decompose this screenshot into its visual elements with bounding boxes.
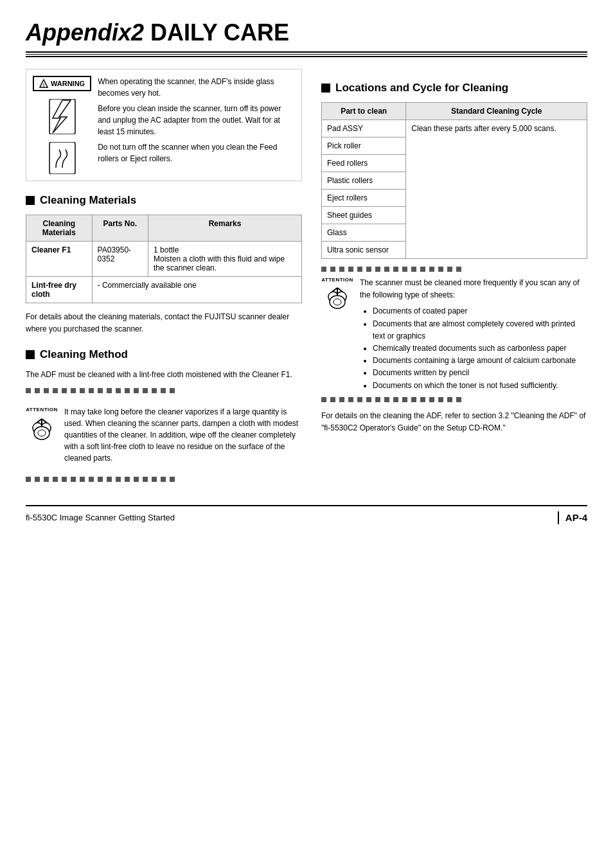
dot-divider-top — [26, 388, 302, 393]
list-item: Documents on which the toner is not fuse… — [373, 380, 587, 392]
heat-icon — [46, 142, 78, 174]
locations-dot-divider-top — [321, 267, 587, 272]
attention-hand-icon — [28, 414, 57, 443]
svg-text:!: ! — [43, 82, 45, 88]
locations-attention-icon: ATTENTION — [321, 277, 353, 392]
lightning-icon — [46, 99, 78, 134]
col-header-material: CleaningMaterials — [26, 215, 93, 242]
part-cell: Ultra sonic sensor — [322, 242, 406, 259]
svg-point-14 — [333, 299, 341, 305]
warning-text: When operating the scanner, the ADF's in… — [98, 76, 295, 174]
list-item: Documents of coated paper — [373, 305, 587, 317]
table-row: Pad ASSYClean these parts after every 5,… — [322, 120, 587, 137]
svg-line-12 — [337, 288, 342, 292]
warning-icons: ! WARNING — [33, 76, 91, 174]
footer-left-text: fi-5530C Image Scanner Getting Started — [26, 513, 175, 522]
list-item: Documents containing a large amount of c… — [373, 355, 587, 367]
page-title: Appendix2 DAILY CARE — [26, 19, 587, 46]
material-cell: Lint-free dry cloth — [26, 277, 93, 303]
part-cell: Eject rollers — [322, 190, 406, 207]
parts-no-cell: PA03950-0352 — [92, 242, 148, 277]
footer-divider — [558, 511, 559, 524]
svg-line-7 — [42, 419, 47, 423]
cleaning-materials-title: Cleaning Materials — [40, 194, 136, 207]
top-divider — [26, 51, 587, 57]
part-cell: Feed rollers — [322, 155, 406, 172]
section-bullet-icon-2 — [26, 350, 35, 359]
part-cell: Sheet guides — [322, 207, 406, 224]
locations-header-row: Part to clean Standard Cleaning Cycle — [322, 103, 587, 120]
table-row: Lint-free dry cloth- Commercially availa… — [26, 277, 302, 303]
locations-attention-hand-icon — [323, 283, 352, 312]
left-column: ! WARNING When operating the scanner, th… — [26, 69, 302, 486]
warning-badge: ! WARNING — [33, 76, 91, 91]
remarks-cell: 1 bottle Moisten a cloth with this fluid… — [148, 242, 302, 277]
svg-rect-4 — [49, 142, 75, 174]
svg-line-13 — [332, 288, 337, 292]
cleaning-materials-table: CleaningMaterials Parts No. Remarks Clea… — [26, 215, 302, 303]
locations-title: Locations and Cycle for Cleaning — [335, 82, 508, 94]
parts-no-cell: - Commercially available one — [92, 277, 301, 303]
page-number: AP-4 — [565, 512, 587, 523]
locations-attention-box: ATTENTION The scanner must be cleaned mo… — [321, 277, 587, 392]
svg-marker-2 — [53, 100, 71, 133]
table-row: Cleaner F1PA03950-03521 bottle Moisten a… — [26, 242, 302, 277]
dot-divider-bottom — [26, 477, 302, 482]
col-part: Part to clean — [322, 103, 406, 120]
list-item: Documents written by pencil — [373, 367, 587, 379]
section-bullet-icon — [26, 196, 35, 205]
list-item: Chemically treated documents such as car… — [373, 342, 587, 355]
warning-box: ! WARNING When operating the scanner, th… — [26, 69, 302, 181]
attention-bullet-list: Documents of coated paperDocuments that … — [360, 305, 587, 391]
col-header-remarks: Remarks — [148, 215, 302, 242]
locations-attention-content: The scanner must be cleaned more frequen… — [360, 277, 587, 392]
table-header-row: CleaningMaterials Parts No. Remarks — [26, 215, 302, 242]
cleaning-method-attention: ATTENTION It may take long before the cl… — [26, 402, 302, 468]
footer-right: AP-4 — [551, 511, 587, 524]
locations-attention-text: The scanner must be cleaned more frequen… — [360, 277, 587, 301]
locations-dot-divider-bottom — [321, 397, 587, 402]
cleaning-materials-header: Cleaning Materials — [26, 194, 302, 207]
svg-point-5 — [34, 427, 49, 439]
cleaning-method-text: The ADF must be cleaned with a lint-free… — [26, 369, 302, 381]
locations-table: Part to clean Standard Cleaning Cycle Pa… — [321, 102, 587, 259]
attention-text: It may take long before the cleaner vapo… — [64, 406, 302, 464]
svg-point-10 — [330, 296, 345, 308]
main-content: ! WARNING When operating the scanner, th… — [26, 69, 587, 486]
part-cell: Glass — [322, 224, 406, 242]
part-cell: Plastic rollers — [322, 172, 406, 190]
locations-header: Locations and Cycle for Cleaning — [321, 82, 587, 94]
right-column: Locations and Cycle for Cleaning Part to… — [321, 69, 587, 486]
attention-icon: ATTENTION — [26, 406, 58, 464]
cycle-cell: Clean these parts after every 5,000 scan… — [406, 120, 587, 259]
list-item: Documents that are almost completely cov… — [373, 318, 587, 342]
page-footer: fi-5530C Image Scanner Getting Started A… — [26, 505, 587, 524]
cleaning-materials-footer: For details about the cleaning materials… — [26, 311, 302, 335]
part-cell: Pad ASSY — [322, 120, 406, 137]
svg-point-9 — [38, 430, 46, 436]
cleaning-method-header: Cleaning Method — [26, 348, 302, 361]
cleaning-method-title: Cleaning Method — [40, 348, 128, 361]
warning-triangle-icon: ! — [39, 79, 48, 88]
svg-line-8 — [37, 419, 42, 423]
material-cell: Cleaner F1 — [26, 242, 93, 277]
part-cell: Pick roller — [322, 137, 406, 155]
col-header-partsno: Parts No. — [92, 215, 148, 242]
col-cycle: Standard Cleaning Cycle — [406, 103, 587, 120]
locations-footer-text: For details on the cleaning the ADF, ref… — [321, 410, 587, 434]
section-bullet-icon-3 — [321, 84, 330, 93]
